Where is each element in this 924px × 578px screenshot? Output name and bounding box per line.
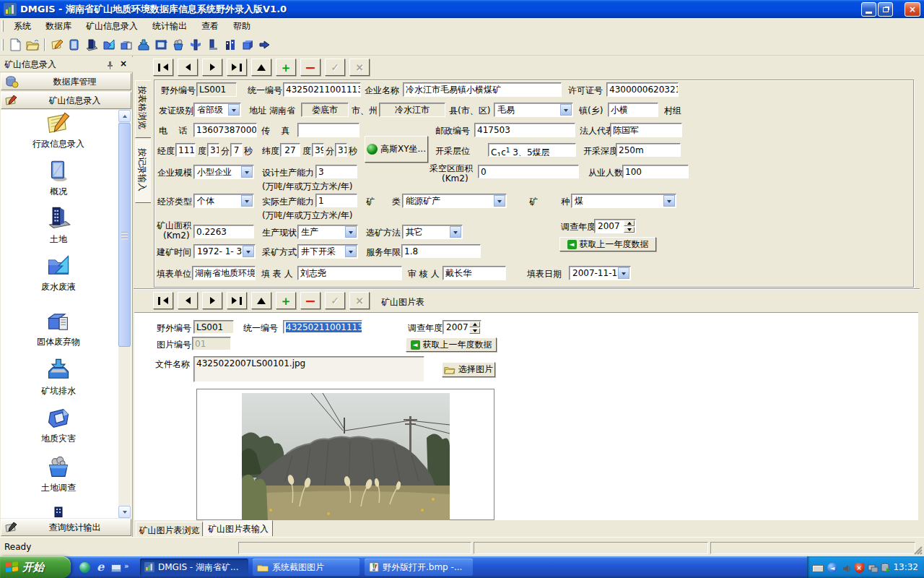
mine-kind-select[interactable]: 煤 bbox=[571, 194, 676, 208]
report-unit-input[interactable]: 湖南省地质环境 bbox=[192, 266, 256, 280]
longitude-sec-input[interactable]: 7 bbox=[230, 143, 243, 157]
sidebar-item-land-survey[interactable]: 土地调查 bbox=[1, 455, 116, 493]
service-years-input[interactable]: 1.8 bbox=[401, 244, 481, 258]
sidebar-close-icon[interactable]: × bbox=[120, 59, 127, 69]
longitude-min-input[interactable]: 31 bbox=[207, 143, 219, 157]
buildings-icon[interactable] bbox=[222, 37, 238, 53]
vertical-tab-record-input[interactable]: 按记录输入 bbox=[135, 139, 151, 203]
start-button[interactable]: 开始 bbox=[0, 556, 71, 578]
sidebar-group-entry[interactable]: 矿山信息录入 bbox=[1, 92, 131, 109]
tab-picture-input[interactable]: 矿山图片表输入 bbox=[204, 520, 273, 536]
enterprise-name-input[interactable]: 冷水江市毛易镇小横煤矿 bbox=[403, 82, 562, 97]
spin-down-button[interactable] bbox=[469, 328, 480, 334]
longitude-deg-input[interactable]: 111 bbox=[175, 143, 196, 157]
nav-add-button[interactable]: ＋ bbox=[276, 59, 296, 76]
survey-year-spinner[interactable]: 2007 bbox=[594, 219, 636, 233]
mine-pump-icon[interactable] bbox=[188, 37, 204, 53]
tray-volume-icon[interactable] bbox=[840, 562, 853, 575]
build-time-select[interactable]: 1972- 1- 3 bbox=[193, 244, 256, 259]
fax-input[interactable] bbox=[297, 123, 359, 137]
menu-system[interactable]: 系统 bbox=[6, 18, 38, 35]
mine-class-select[interactable]: 能源矿产 bbox=[402, 194, 507, 208]
latitude-sec-input[interactable]: 31 bbox=[335, 143, 347, 157]
resize-grip[interactable] bbox=[913, 545, 923, 556]
pic-nav-add-button[interactable]: ＋ bbox=[276, 292, 296, 309]
vertical-tab-table-browse[interactable]: 按表格浏览 bbox=[135, 80, 151, 138]
pic-nav-delete-button[interactable]: − bbox=[300, 292, 321, 309]
taskbar-task-dmgis[interactable]: DMGIS - 湖南省矿... bbox=[140, 558, 248, 576]
pic-fetch-previous-year-button[interactable]: ◄ 获取上一年度数据 bbox=[406, 337, 497, 352]
field-no-input[interactable]: LS001 bbox=[196, 82, 237, 97]
spin-up-button[interactable] bbox=[624, 220, 635, 226]
quicklaunch-more-chevron[interactable]: » bbox=[124, 562, 128, 570]
taskbar-task-image[interactable]: 野外版打开.bmp -... bbox=[365, 558, 473, 576]
sidebar-scrollbar[interactable] bbox=[118, 110, 131, 518]
minimize-button[interactable] bbox=[861, 2, 876, 17]
mining-depth-input[interactable]: 250m bbox=[616, 143, 681, 157]
tray-security-shield-icon[interactable]: × bbox=[853, 561, 866, 574]
pic-unified-no-input[interactable]: 43250211001113 bbox=[283, 320, 362, 334]
auditor-input[interactable]: 戴长华 bbox=[443, 266, 506, 280]
choose-picture-button[interactable]: 选择图片 bbox=[442, 362, 495, 377]
pic-survey-year-spinner[interactable]: 2007 bbox=[443, 320, 481, 335]
report-date-select[interactable]: 2007-11-13 bbox=[569, 266, 631, 280]
city-input[interactable]: 娄底市 bbox=[301, 103, 349, 117]
tray-network-icon[interactable] bbox=[866, 562, 879, 575]
sidebar-group-query[interactable]: 查询统计输出 bbox=[1, 519, 131, 536]
mine-area-input[interactable]: 0.2263 bbox=[193, 225, 254, 238]
nav-first-button[interactable] bbox=[153, 59, 173, 76]
spin-down-button[interactable] bbox=[624, 227, 635, 233]
sidebar-item-overview[interactable]: 概况 bbox=[1, 159, 116, 197]
sidebar-group-database[interactable]: 数据库管理 bbox=[1, 73, 131, 90]
dressing-method-select[interactable]: 其它 bbox=[402, 225, 463, 239]
admin-info-entry-icon[interactable] bbox=[49, 37, 65, 53]
tray-language-icon[interactable]: ◄ bbox=[826, 561, 839, 574]
menu-help[interactable]: 帮助 bbox=[226, 18, 258, 35]
waste-water-icon[interactable] bbox=[101, 37, 117, 53]
actual-capacity-input[interactable]: 1 bbox=[315, 194, 357, 207]
menu-view[interactable]: 查看 bbox=[194, 18, 226, 35]
overview-icon[interactable] bbox=[66, 37, 82, 53]
cert-level-select[interactable]: 省部级 bbox=[193, 103, 241, 117]
mining-method-select[interactable]: 井下开采 bbox=[297, 244, 358, 259]
tab-picture-browse[interactable]: 矿山图片表浏览 bbox=[136, 522, 203, 536]
sidebar-item-land[interactable]: 土地 bbox=[1, 205, 116, 244]
menu-database[interactable]: 数据库 bbox=[38, 18, 79, 35]
file-name-input[interactable]: 4325022007LS00101.jpg bbox=[193, 356, 424, 382]
phone-input[interactable]: 13607387000 bbox=[193, 123, 257, 137]
nav-next-button[interactable] bbox=[202, 59, 222, 76]
tower-icon[interactable] bbox=[205, 37, 221, 53]
solid-waste-icon[interactable] bbox=[118, 37, 134, 53]
menu-grip[interactable] bbox=[1, 20, 4, 32]
county-select[interactable]: 毛易 bbox=[494, 103, 573, 117]
tray-keyboard-icon[interactable] bbox=[811, 562, 824, 575]
design-capacity-input[interactable]: 3 bbox=[315, 165, 357, 178]
scroll-thumb[interactable] bbox=[118, 123, 131, 347]
pic-nav-post-button[interactable]: ✓ bbox=[325, 292, 345, 309]
report-person-input[interactable]: 刘志尧 bbox=[297, 266, 402, 280]
mining-layer-input[interactable]: C1c1 3、5煤层 bbox=[488, 143, 576, 157]
town-input[interactable]: 小横 bbox=[608, 103, 658, 117]
sidebar-item-waste-water[interactable]: 废水废液 bbox=[1, 253, 116, 292]
nav-prev-button[interactable] bbox=[178, 59, 198, 76]
menu-mine-info-entry[interactable]: 矿山信息录入 bbox=[79, 18, 145, 35]
pic-no-input[interactable]: 01 bbox=[192, 337, 231, 350]
pic-nav-cancel-button[interactable]: × bbox=[349, 292, 370, 309]
taskbar-task-folder[interactable]: 系统截图图片 bbox=[253, 558, 359, 576]
sidebar-item-partial[interactable] bbox=[1, 506, 116, 519]
geo-hazard-icon[interactable] bbox=[153, 37, 169, 53]
unified-no-input[interactable]: 43250211001113 bbox=[283, 82, 361, 97]
sidebar-item-geo-hazard[interactable]: 地质灾害 bbox=[1, 406, 116, 444]
pic-nav-top-button[interactable] bbox=[251, 292, 271, 309]
mine-drainage-icon[interactable] bbox=[136, 37, 152, 53]
sidebar-item-solid-waste[interactable]: 固体废弃物 bbox=[1, 309, 116, 347]
nav-cancel-button[interactable]: × bbox=[349, 59, 370, 76]
sidebar-item-admin-info[interactable]: 行政信息录入 bbox=[1, 111, 116, 149]
quicklaunch-outlook-icon[interactable] bbox=[110, 561, 123, 574]
open-file-icon[interactable] bbox=[25, 37, 40, 53]
pic-nav-next-button[interactable] bbox=[202, 292, 222, 309]
tray-clock[interactable]: 13:32 bbox=[893, 562, 918, 572]
nav-post-button[interactable]: ✓ bbox=[325, 59, 345, 76]
land-survey-icon[interactable] bbox=[170, 37, 186, 53]
scroll-down-button[interactable] bbox=[118, 506, 131, 518]
